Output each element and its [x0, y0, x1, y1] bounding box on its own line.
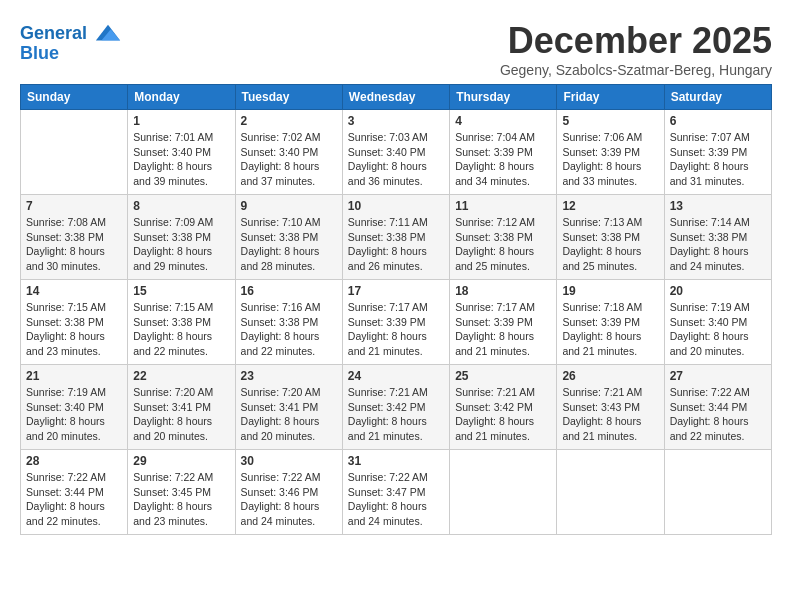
- day-info: Sunrise: 7:21 AM Sunset: 3:42 PM Dayligh…: [348, 385, 444, 444]
- day-info: Sunrise: 7:20 AM Sunset: 3:41 PM Dayligh…: [133, 385, 229, 444]
- calendar-cell: 31Sunrise: 7:22 AM Sunset: 3:47 PM Dayli…: [342, 450, 449, 535]
- weekday-header-tuesday: Tuesday: [235, 85, 342, 110]
- day-number: 22: [133, 369, 229, 383]
- week-row-4: 28Sunrise: 7:22 AM Sunset: 3:44 PM Dayli…: [21, 450, 772, 535]
- weekday-header-row: SundayMondayTuesdayWednesdayThursdayFrid…: [21, 85, 772, 110]
- day-info: Sunrise: 7:22 AM Sunset: 3:44 PM Dayligh…: [670, 385, 766, 444]
- day-info: Sunrise: 7:22 AM Sunset: 3:46 PM Dayligh…: [241, 470, 337, 529]
- day-number: 28: [26, 454, 122, 468]
- day-number: 18: [455, 284, 551, 298]
- calendar-cell: 24Sunrise: 7:21 AM Sunset: 3:42 PM Dayli…: [342, 365, 449, 450]
- day-info: Sunrise: 7:19 AM Sunset: 3:40 PM Dayligh…: [26, 385, 122, 444]
- day-info: Sunrise: 7:15 AM Sunset: 3:38 PM Dayligh…: [26, 300, 122, 359]
- day-number: 25: [455, 369, 551, 383]
- day-info: Sunrise: 7:02 AM Sunset: 3:40 PM Dayligh…: [241, 130, 337, 189]
- calendar-cell: 13Sunrise: 7:14 AM Sunset: 3:38 PM Dayli…: [664, 195, 771, 280]
- calendar-cell: 15Sunrise: 7:15 AM Sunset: 3:38 PM Dayli…: [128, 280, 235, 365]
- calendar-cell: 18Sunrise: 7:17 AM Sunset: 3:39 PM Dayli…: [450, 280, 557, 365]
- day-info: Sunrise: 7:03 AM Sunset: 3:40 PM Dayligh…: [348, 130, 444, 189]
- day-number: 1: [133, 114, 229, 128]
- calendar-cell: 2Sunrise: 7:02 AM Sunset: 3:40 PM Daylig…: [235, 110, 342, 195]
- day-number: 21: [26, 369, 122, 383]
- day-info: Sunrise: 7:07 AM Sunset: 3:39 PM Dayligh…: [670, 130, 766, 189]
- week-row-1: 7Sunrise: 7:08 AM Sunset: 3:38 PM Daylig…: [21, 195, 772, 280]
- calendar-cell: 5Sunrise: 7:06 AM Sunset: 3:39 PM Daylig…: [557, 110, 664, 195]
- day-number: 2: [241, 114, 337, 128]
- calendar-cell: 27Sunrise: 7:22 AM Sunset: 3:44 PM Dayli…: [664, 365, 771, 450]
- calendar-cell: 6Sunrise: 7:07 AM Sunset: 3:39 PM Daylig…: [664, 110, 771, 195]
- day-number: 19: [562, 284, 658, 298]
- title-block: December 2025 Gegeny, Szabolcs-Szatmar-B…: [500, 20, 772, 78]
- day-info: Sunrise: 7:10 AM Sunset: 3:38 PM Dayligh…: [241, 215, 337, 274]
- calendar-subtitle: Gegeny, Szabolcs-Szatmar-Bereg, Hungary: [500, 62, 772, 78]
- calendar-cell: 30Sunrise: 7:22 AM Sunset: 3:46 PM Dayli…: [235, 450, 342, 535]
- day-info: Sunrise: 7:21 AM Sunset: 3:43 PM Dayligh…: [562, 385, 658, 444]
- day-number: 15: [133, 284, 229, 298]
- day-info: Sunrise: 7:18 AM Sunset: 3:39 PM Dayligh…: [562, 300, 658, 359]
- day-info: Sunrise: 7:01 AM Sunset: 3:40 PM Dayligh…: [133, 130, 229, 189]
- calendar-title: December 2025: [500, 20, 772, 62]
- day-info: Sunrise: 7:17 AM Sunset: 3:39 PM Dayligh…: [348, 300, 444, 359]
- calendar-cell: 14Sunrise: 7:15 AM Sunset: 3:38 PM Dayli…: [21, 280, 128, 365]
- calendar-cell: 25Sunrise: 7:21 AM Sunset: 3:42 PM Dayli…: [450, 365, 557, 450]
- day-number: 9: [241, 199, 337, 213]
- day-info: Sunrise: 7:04 AM Sunset: 3:39 PM Dayligh…: [455, 130, 551, 189]
- day-number: 24: [348, 369, 444, 383]
- calendar-table: SundayMondayTuesdayWednesdayThursdayFrid…: [20, 84, 772, 535]
- page-header: General Blue December 2025 Gegeny, Szabo…: [20, 20, 772, 78]
- day-info: Sunrise: 7:13 AM Sunset: 3:38 PM Dayligh…: [562, 215, 658, 274]
- day-number: 26: [562, 369, 658, 383]
- calendar-cell: 26Sunrise: 7:21 AM Sunset: 3:43 PM Dayli…: [557, 365, 664, 450]
- day-number: 27: [670, 369, 766, 383]
- day-number: 31: [348, 454, 444, 468]
- day-info: Sunrise: 7:08 AM Sunset: 3:38 PM Dayligh…: [26, 215, 122, 274]
- day-number: 6: [670, 114, 766, 128]
- calendar-cell: 17Sunrise: 7:17 AM Sunset: 3:39 PM Dayli…: [342, 280, 449, 365]
- calendar-cell: 29Sunrise: 7:22 AM Sunset: 3:45 PM Dayli…: [128, 450, 235, 535]
- calendar-cell: 22Sunrise: 7:20 AM Sunset: 3:41 PM Dayli…: [128, 365, 235, 450]
- logo-icon: [94, 20, 122, 48]
- day-info: Sunrise: 7:12 AM Sunset: 3:38 PM Dayligh…: [455, 215, 551, 274]
- logo-general: General: [20, 23, 87, 43]
- day-number: 30: [241, 454, 337, 468]
- week-row-3: 21Sunrise: 7:19 AM Sunset: 3:40 PM Dayli…: [21, 365, 772, 450]
- calendar-cell: 1Sunrise: 7:01 AM Sunset: 3:40 PM Daylig…: [128, 110, 235, 195]
- calendar-cell: 19Sunrise: 7:18 AM Sunset: 3:39 PM Dayli…: [557, 280, 664, 365]
- calendar-cell: [21, 110, 128, 195]
- day-number: 12: [562, 199, 658, 213]
- day-info: Sunrise: 7:19 AM Sunset: 3:40 PM Dayligh…: [670, 300, 766, 359]
- day-number: 29: [133, 454, 229, 468]
- day-number: 3: [348, 114, 444, 128]
- day-info: Sunrise: 7:11 AM Sunset: 3:38 PM Dayligh…: [348, 215, 444, 274]
- day-info: Sunrise: 7:17 AM Sunset: 3:39 PM Dayligh…: [455, 300, 551, 359]
- day-number: 4: [455, 114, 551, 128]
- day-info: Sunrise: 7:15 AM Sunset: 3:38 PM Dayligh…: [133, 300, 229, 359]
- day-number: 10: [348, 199, 444, 213]
- calendar-cell: 20Sunrise: 7:19 AM Sunset: 3:40 PM Dayli…: [664, 280, 771, 365]
- day-number: 7: [26, 199, 122, 213]
- day-number: 23: [241, 369, 337, 383]
- day-info: Sunrise: 7:14 AM Sunset: 3:38 PM Dayligh…: [670, 215, 766, 274]
- day-info: Sunrise: 7:06 AM Sunset: 3:39 PM Dayligh…: [562, 130, 658, 189]
- calendar-cell: 16Sunrise: 7:16 AM Sunset: 3:38 PM Dayli…: [235, 280, 342, 365]
- calendar-cell: 8Sunrise: 7:09 AM Sunset: 3:38 PM Daylig…: [128, 195, 235, 280]
- calendar-cell: 10Sunrise: 7:11 AM Sunset: 3:38 PM Dayli…: [342, 195, 449, 280]
- calendar-cell: 11Sunrise: 7:12 AM Sunset: 3:38 PM Dayli…: [450, 195, 557, 280]
- calendar-cell: 3Sunrise: 7:03 AM Sunset: 3:40 PM Daylig…: [342, 110, 449, 195]
- calendar-cell: [664, 450, 771, 535]
- weekday-header-friday: Friday: [557, 85, 664, 110]
- day-info: Sunrise: 7:21 AM Sunset: 3:42 PM Dayligh…: [455, 385, 551, 444]
- day-info: Sunrise: 7:09 AM Sunset: 3:38 PM Dayligh…: [133, 215, 229, 274]
- logo: General Blue: [20, 20, 122, 64]
- day-info: Sunrise: 7:22 AM Sunset: 3:45 PM Dayligh…: [133, 470, 229, 529]
- calendar-cell: 12Sunrise: 7:13 AM Sunset: 3:38 PM Dayli…: [557, 195, 664, 280]
- weekday-header-thursday: Thursday: [450, 85, 557, 110]
- day-number: 14: [26, 284, 122, 298]
- calendar-cell: [557, 450, 664, 535]
- weekday-header-saturday: Saturday: [664, 85, 771, 110]
- calendar-cell: 23Sunrise: 7:20 AM Sunset: 3:41 PM Dayli…: [235, 365, 342, 450]
- calendar-cell: [450, 450, 557, 535]
- calendar-cell: 21Sunrise: 7:19 AM Sunset: 3:40 PM Dayli…: [21, 365, 128, 450]
- weekday-header-sunday: Sunday: [21, 85, 128, 110]
- day-info: Sunrise: 7:20 AM Sunset: 3:41 PM Dayligh…: [241, 385, 337, 444]
